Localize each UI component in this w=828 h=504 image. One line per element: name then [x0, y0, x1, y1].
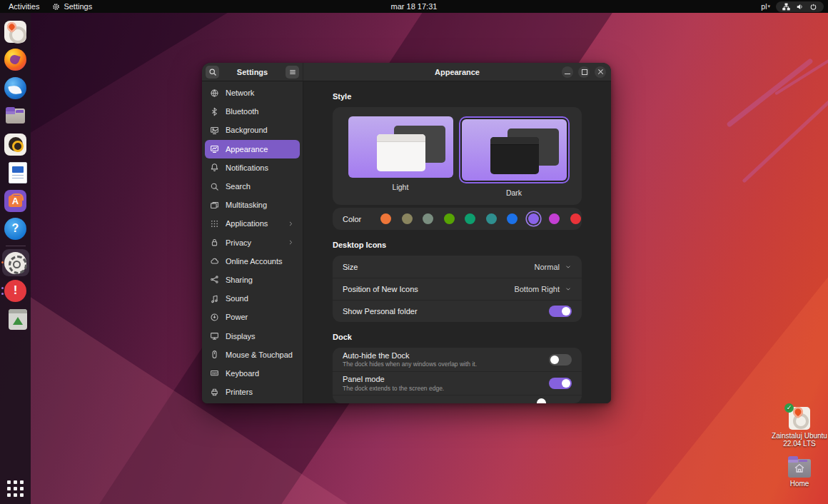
dark-theme-thumbnail [462, 119, 567, 181]
dropdown-value[interactable]: Normal [535, 263, 572, 271]
sidebar-item-sound[interactable]: Sound [205, 289, 300, 308]
app-grid-dot [20, 480, 24, 484]
power-icon [809, 3, 817, 11]
dock-item-firefox[interactable] [2, 46, 29, 74]
sidebar-item-label: Privacy [226, 238, 281, 247]
setting-row-show-personal-folder[interactable]: Show Personal folder [333, 300, 582, 322]
toggle-switch[interactable] [549, 354, 572, 366]
maximize-button[interactable] [578, 66, 590, 78]
desktop-icon-label: Home [769, 480, 828, 488]
style-option-light[interactable]: Light [345, 116, 456, 197]
dock-item-help[interactable]: ? [2, 216, 29, 243]
search-button[interactable] [206, 66, 219, 79]
desktop-icon-installer[interactable]: ✓ Zainstaluj Ubuntu22.04 LTS [769, 407, 828, 448]
hamburger-menu-icon [288, 68, 297, 76]
dock-item-libreoffice-writer[interactable] [2, 159, 29, 186]
toggle-knob [562, 379, 570, 388]
color-swatch-red[interactable] [570, 213, 581, 224]
sidebar-item-online-accounts[interactable]: Online Accounts [205, 252, 300, 271]
desktop-icon-label: Zainstaluj Ubuntu22.04 LTS [769, 432, 828, 448]
dock-item-trash[interactable] [2, 306, 29, 333]
chevron-right-icon [287, 220, 295, 228]
page-title: Appearance [435, 68, 480, 76]
mouse-touchpad-icon [210, 350, 219, 359]
close-button[interactable] [595, 66, 606, 78]
top-bar: Activities Settings mar 18 17:31 pl▾ [0, 0, 828, 13]
row-label: Auto-hide the Dock [343, 351, 549, 360]
ubuntu-installer-icon [4, 21, 26, 43]
ubuntu-software-icon [4, 190, 26, 212]
sidebar-item-label: Background [226, 126, 295, 134]
sidebar-item-power[interactable]: Power [205, 308, 300, 326]
toggle-switch[interactable] [549, 378, 572, 389]
color-swatch-magenta[interactable] [549, 213, 560, 224]
dock-item-thunderbird[interactable] [2, 74, 29, 101]
dropdown-value[interactable]: Bottom Right [514, 285, 572, 293]
app-grid-dot [7, 487, 11, 490]
dock-card: Auto-hide the DockThe dock hides when an… [333, 348, 582, 403]
sidebar-item-background[interactable]: Background [205, 121, 300, 139]
sidebar-item-mouse-touchpad[interactable]: Mouse & Touchpad [205, 346, 300, 364]
sidebar-item-label: Notifications [226, 163, 295, 172]
keyboard-layout-indicator[interactable]: pl▾ [761, 2, 770, 11]
activities-button[interactable]: Activities [9, 2, 39, 11]
notification-dot [1, 293, 4, 295]
sidebar-item-multitasking[interactable]: Multitasking [205, 196, 300, 214]
privacy-icon [210, 238, 219, 247]
sidebar-item-applications[interactable]: Applications [205, 214, 300, 233]
color-swatch-prussian-green[interactable] [486, 213, 497, 224]
style-section-title: Style [333, 92, 582, 101]
slider-knob[interactable] [537, 398, 546, 403]
desktop-icons-card: SizeNormalPosition of New IconsBottom Ri… [333, 256, 582, 322]
minimize-button[interactable] [562, 66, 573, 78]
sound-icon [210, 294, 219, 303]
sidebar-item-label: Applications [226, 219, 281, 228]
sidebar-item-network[interactable]: Network [205, 84, 300, 102]
sidebar-item-appearance[interactable]: Appearance [205, 140, 300, 158]
sidebar-item-privacy[interactable]: Privacy [205, 233, 300, 252]
dock-item-ubuntu-software[interactable] [2, 187, 29, 214]
setting-row-size[interactable]: SizeNormal [333, 256, 582, 278]
clock[interactable]: mar 18 17:31 [0, 2, 828, 11]
dock-item-files[interactable] [2, 103, 29, 130]
sidebar-item-keyboard[interactable]: Keyboard [205, 364, 300, 383]
color-swatch-bark[interactable] [402, 213, 413, 224]
app-grid-dot [20, 487, 24, 490]
app-grid-button[interactable] [7, 480, 24, 497]
notification-dot [1, 287, 4, 289]
main-menu-button[interactable] [286, 66, 299, 79]
dock-item-ubuntu-installer[interactable] [2, 18, 29, 45]
dock-item-settings[interactable] [2, 249, 29, 276]
setting-row-panel-mode[interactable]: Panel modeThe dock extends to the screen… [333, 371, 582, 395]
color-swatch-sage[interactable] [423, 213, 433, 224]
sidebar-item-label: Appearance [226, 145, 295, 153]
house-icon [794, 463, 805, 473]
color-swatch-viridian[interactable] [465, 213, 475, 224]
color-swatch-blue[interactable] [507, 213, 518, 224]
sound-icon [210, 294, 219, 303]
color-swatch-olive[interactable] [444, 213, 455, 224]
system-tray[interactable] [776, 1, 824, 12]
sidebar-item-label: Multitasking [226, 201, 295, 209]
sidebar-item-printers[interactable]: Printers [205, 383, 300, 401]
update-notifier-icon: ! [4, 280, 26, 302]
sidebar-item-bluetooth[interactable]: Bluetooth [205, 102, 300, 121]
style-option-label: Light [345, 183, 456, 191]
dock-item-update-notifier[interactable]: ! [2, 278, 29, 305]
sidebar-item-displays[interactable]: Displays [205, 326, 300, 345]
sidebar-item-label: Bluetooth [226, 107, 295, 116]
sidebar-item-label: Displays [226, 332, 295, 341]
toggle-switch[interactable] [549, 306, 572, 317]
app-menu-button[interactable]: Settings [52, 2, 92, 11]
desktop-icon-home[interactable]: Home [769, 459, 828, 488]
style-option-dark[interactable]: Dark [458, 116, 570, 197]
setting-row-auto-hide-the-dock[interactable]: Auto-hide the DockThe dock hides when an… [333, 348, 582, 371]
sidebar-item-notifications[interactable]: Notifications [205, 158, 300, 177]
setting-row-position-of-new-icons[interactable]: Position of New IconsBottom Right [333, 278, 582, 300]
sidebar-item-sharing[interactable]: Sharing [205, 271, 300, 289]
sidebar-item-search[interactable]: Search [205, 177, 300, 196]
color-swatch-orange[interactable] [380, 213, 391, 224]
dock-item-rhythmbox[interactable] [2, 131, 29, 158]
color-swatch-purple[interactable] [528, 213, 539, 224]
applications-icon [210, 219, 219, 228]
